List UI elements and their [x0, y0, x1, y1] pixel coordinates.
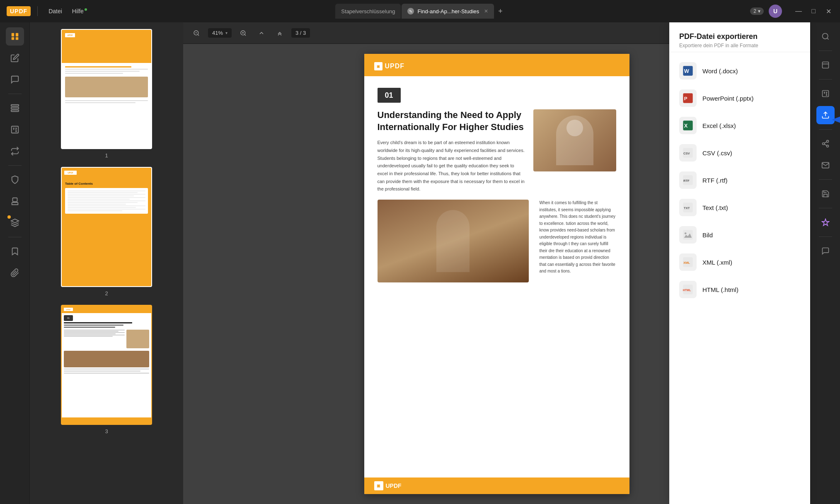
- page-input-area[interactable]: 3 / 3: [291, 28, 310, 38]
- version-badge[interactable]: 2 ▾: [750, 7, 764, 15]
- tab-find-icon: ✎: [407, 8, 414, 14]
- add-tab-button[interactable]: +: [495, 7, 506, 16]
- right-scroll-btn[interactable]: [816, 56, 835, 74]
- toolbar-bookmark-btn[interactable]: [6, 242, 24, 260]
- export-item-rtf[interactable]: RTF RTF (.rtf): [669, 166, 810, 194]
- export-item-html[interactable]: HTML HTML (.html): [669, 276, 810, 303]
- thumbnail-item-3[interactable]: UPDF 01: [36, 305, 177, 434]
- toolbar-layers-btn[interactable]: [6, 214, 24, 232]
- toolbar-ocr-btn[interactable]: [6, 121, 24, 139]
- toolbar-attachment-btn[interactable]: [6, 264, 24, 282]
- svg-line-37: [827, 38, 828, 40]
- export-item-word[interactable]: W Word (.docx): [669, 57, 810, 84]
- svg-point-30: [685, 232, 687, 234]
- right-save-btn[interactable]: [816, 185, 835, 203]
- right-search-btn[interactable]: [816, 27, 835, 46]
- svg-point-43: [822, 143, 824, 145]
- blue-arrow-pointer: [823, 103, 840, 138]
- image-icon: [679, 226, 697, 244]
- svg-rect-1: [15, 33, 18, 36]
- svg-rect-40: [822, 91, 828, 97]
- xml-icon: XML: [679, 253, 697, 271]
- export-item-excel[interactable]: X Excel (.xlsx): [669, 112, 810, 139]
- export-html-label: HTML (.html): [702, 286, 738, 293]
- export-item-image[interactable]: Bild: [669, 221, 810, 248]
- export-item-xml[interactable]: XML XML (.xml): [669, 248, 810, 276]
- svg-rect-4: [11, 105, 18, 106]
- right-email-btn[interactable]: [816, 156, 835, 174]
- thumbnail-frame-3: UPDF 01: [61, 305, 152, 425]
- page-first-btn[interactable]: [255, 27, 268, 40]
- toolbar-stamp-btn[interactable]: [6, 192, 24, 210]
- toolbar-comment-btn[interactable]: [6, 70, 24, 89]
- tab-stapel-label: Stapelverschlüsselung: [341, 8, 395, 14]
- zoom-out-btn[interactable]: [190, 27, 203, 40]
- svg-point-42: [826, 140, 828, 142]
- thumbnails-panel: UPDF 1: [30, 22, 183, 504]
- zoom-arrow-icon: ▾: [225, 31, 228, 35]
- export-item-csv[interactable]: CSV CSV (.csv): [669, 139, 810, 166]
- svg-rect-7: [11, 126, 18, 133]
- excel-icon: X: [679, 117, 697, 134]
- toolbar-edit-btn[interactable]: [6, 49, 24, 67]
- zoom-in-btn[interactable]: [237, 27, 250, 40]
- svg-text:TXT: TXT: [684, 206, 690, 210]
- right-ocr-btn[interactable]: [816, 84, 835, 103]
- toolbar-dot: [7, 215, 11, 219]
- zoom-display[interactable]: 41% ▾: [208, 28, 232, 38]
- thumb3-badge: 01: [64, 315, 73, 321]
- tab-close-button[interactable]: ✕: [484, 8, 488, 14]
- export-txt-label: Text (.txt): [702, 204, 728, 211]
- page-display: 3 / 3: [295, 30, 306, 36]
- toolbar-sep-3: [8, 237, 22, 237]
- minimize-button[interactable]: —: [794, 7, 804, 15]
- rtf-icon: RTF: [679, 171, 697, 189]
- svg-line-11: [198, 34, 199, 36]
- svg-line-14: [244, 34, 246, 36]
- article-body-text: Every child's dream is to be part of an …: [378, 139, 525, 193]
- right-chat-btn[interactable]: [816, 242, 835, 260]
- toolbar-convert-btn[interactable]: [6, 142, 24, 160]
- txt-icon: TXT: [679, 199, 697, 216]
- menu-datei[interactable]: Datei: [44, 6, 66, 16]
- svg-rect-0: [11, 33, 14, 36]
- thumb3-top: UPDF: [62, 306, 151, 313]
- toolbar-reader-btn[interactable]: [6, 27, 24, 46]
- maximize-button[interactable]: □: [809, 7, 818, 15]
- close-button[interactable]: ✕: [823, 7, 833, 15]
- user-avatar[interactable]: U: [769, 5, 782, 18]
- toolbar-organize-btn[interactable]: [6, 99, 24, 117]
- page-header: ▣ UPDF: [364, 56, 629, 76]
- svg-marker-9: [11, 219, 18, 223]
- export-rtf-label: RTF (.rtf): [702, 177, 728, 184]
- thumbnail-item-2[interactable]: UPDF Table of Contents: [36, 167, 177, 297]
- page-header-logo: ▣ UPDF: [374, 62, 405, 70]
- article-main-image: [533, 109, 616, 171]
- export-item-ppt[interactable]: P PowerPoint (.pptx): [669, 84, 810, 112]
- export-item-txt[interactable]: TXT Text (.txt): [669, 194, 810, 221]
- toolbar-protect-btn[interactable]: [6, 171, 24, 189]
- export-panel-subtitle: Exportiere dein PDF in alle Formate: [679, 43, 800, 48]
- article-bottom-image: [378, 200, 529, 282]
- svg-rect-38: [822, 62, 828, 68]
- thumb3-footer: [62, 417, 151, 424]
- tab-find[interactable]: ✎ Find-and-Ap...her-Studies ✕: [402, 4, 494, 19]
- svg-rect-8: [12, 198, 17, 202]
- page-body: 01 Understanding the Need to Apply Inter…: [364, 76, 629, 477]
- thumb1-body: [62, 63, 151, 148]
- svg-text:HTML: HTML: [683, 289, 691, 292]
- svg-rect-2: [11, 37, 14, 40]
- svg-text:X: X: [684, 123, 688, 129]
- right-magic-btn[interactable]: [816, 213, 835, 232]
- page-prev-btn[interactable]: [273, 27, 286, 40]
- tab-stapel[interactable]: Stapelverschlüsselung: [335, 4, 401, 19]
- export-panel-title: PDF-Datei exportieren: [679, 32, 800, 41]
- svg-line-46: [824, 142, 827, 143]
- export-excel-label: Excel (.xlsx): [702, 122, 736, 129]
- left-toolbar: [0, 22, 30, 504]
- thumbnail-frame-1: UPDF: [61, 29, 152, 149]
- tab-find-label: Find-and-Ap...her-Studies: [417, 8, 479, 14]
- menu-hilfe[interactable]: Hilfe: [68, 6, 91, 16]
- thumbnail-item-1[interactable]: UPDF 1: [36, 29, 177, 159]
- svg-rect-29: [683, 230, 692, 239]
